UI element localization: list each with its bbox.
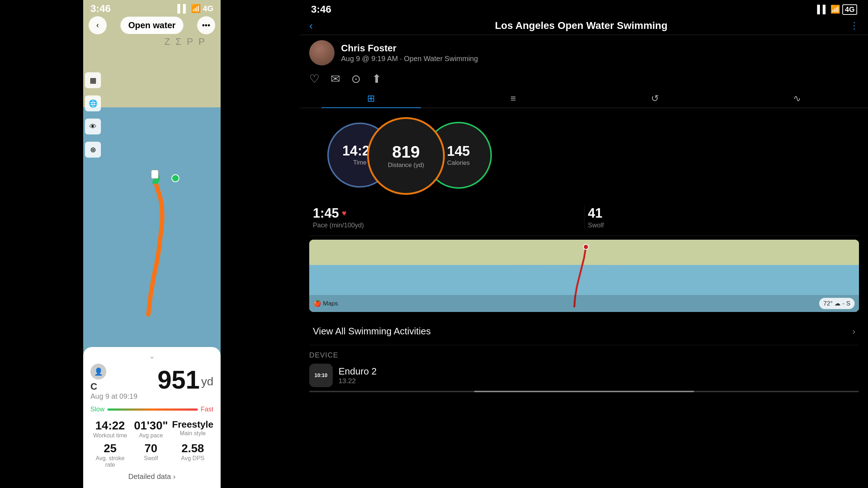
right-status-icons: ▌▌ 📶 4G xyxy=(817,4,857,15)
distance-label: Distance (yd) xyxy=(388,162,424,169)
scroll-thumb xyxy=(474,391,694,392)
right-phone: 3:46 ▌▌ 📶 4G ‹ Los Angeles Open Water Sw… xyxy=(300,0,868,488)
pace-bar: Slow Fast xyxy=(90,406,213,413)
svg-rect-1 xyxy=(151,170,158,179)
user-details: Chris Foster Aug 9 @ 9:19 AM · Open Wate… xyxy=(341,43,859,63)
user-info-row: Chris Foster Aug 9 @ 9:19 AM · Open Wate… xyxy=(300,35,868,70)
zepp-watermark: Z Σ P P xyxy=(164,36,206,47)
map-thumb-footer: 🍎 Maps 72° ☁ - S xyxy=(309,295,859,312)
left-sidebar: ▦ 🌐 👁 ⊕ xyxy=(85,72,105,158)
swolf-value: 41 xyxy=(588,206,856,221)
circles-row: 14:24 Time 819 Distance (yd) 145 Calorie… xyxy=(309,115,859,195)
device-name: Enduro 2 xyxy=(339,366,377,377)
device-avatar: 10:10 xyxy=(309,364,333,387)
panel-handle[interactable]: ⌄ xyxy=(90,347,213,364)
device-section: DEVICE 10:10 Enduro 2 13.22 xyxy=(309,345,859,402)
main-content: 14:24 Time 819 Distance (yd) 145 Calorie… xyxy=(300,108,868,488)
activity-date-left: Aug 9 at 09:19 xyxy=(90,392,137,401)
device-version: 13.22 xyxy=(339,377,377,385)
stats-grid: 14:22 Workout time 01'30" Avg pace Frees… xyxy=(90,419,213,468)
view-all-swimming-button[interactable]: View All Swimming Activities › xyxy=(309,318,859,345)
panel-header: 👤 C Aug 9 at 09:19 951 yd xyxy=(90,364,213,403)
circle-distance: 819 Distance (yd) xyxy=(367,117,445,195)
user-initial: C xyxy=(90,381,137,392)
view-all-label: View All Swimming Activities xyxy=(313,326,431,337)
stat-stroke-rate: 25 Avg. stroke rate xyxy=(90,442,130,468)
detailed-data-button[interactable]: Detailed data › xyxy=(90,468,213,481)
chevron-right-icon: › xyxy=(852,326,855,337)
share-icon[interactable]: ⬆ xyxy=(372,72,382,86)
tab-chart[interactable]: ∿ xyxy=(726,89,868,108)
activity-back-button[interactable]: ‹ xyxy=(309,20,313,32)
stat-workout-time: 14:22 Workout time xyxy=(90,419,130,439)
more-button[interactable]: ••• xyxy=(197,16,215,34)
right-status-bar: 3:46 ▌▌ 📶 4G xyxy=(300,0,868,17)
camera-icon[interactable]: ⊙ xyxy=(351,72,361,86)
swolf-label: Swolf xyxy=(588,222,856,229)
activity-more-button[interactable]: ⋮ xyxy=(850,20,859,31)
stats-row-right: 1:45 ♥ Pace (min/100yd) 41 Swolf xyxy=(309,206,859,236)
calories-label: Calories xyxy=(447,159,469,167)
activity-title: Los Angeles Open Water Swimming xyxy=(318,20,844,31)
left-status-icons: ▌▌ 📶 4G xyxy=(177,4,213,13)
distance-value: 951 xyxy=(157,367,200,393)
svg-point-2 xyxy=(583,244,588,249)
calories-value: 145 xyxy=(447,144,470,158)
maps-badge: 🍎 Maps xyxy=(314,300,338,307)
like-icon[interactable]: ♡ xyxy=(309,72,320,86)
left-time: 3:46 xyxy=(90,3,111,14)
tab-route[interactable]: ↺ xyxy=(584,89,726,108)
action-icons-row: ♡ ✉ ⊙ ⬆ xyxy=(300,70,868,89)
pace-fast-label: Fast xyxy=(201,406,213,413)
left-status-bar: 3:46 ▌▌ 📶 4G xyxy=(83,0,221,16)
scroll-indicator xyxy=(309,391,859,392)
tab-stats[interactable]: ⊞ xyxy=(300,89,442,108)
right-time: 3:46 xyxy=(311,4,331,15)
middle-gap xyxy=(221,0,300,488)
map-header: ‹ Open water ••• xyxy=(83,16,221,34)
chart-icon[interactable]: ▦ xyxy=(85,72,101,88)
stat-pace-block: 1:45 ♥ Pace (min/100yd) xyxy=(309,206,584,229)
user-avatar-right xyxy=(309,40,335,65)
user-activity-date: Aug 9 @ 9:19 AM · Open Water Swimming xyxy=(341,55,859,63)
stat-swolf: 70 Swolf xyxy=(131,442,171,468)
globe-icon[interactable]: 🌐 xyxy=(85,95,101,111)
pace-track xyxy=(107,408,198,411)
pace-label: Pace (min/100yd) xyxy=(313,222,580,229)
device-info: Enduro 2 13.22 xyxy=(339,366,377,385)
tabs-row: ⊞ ≡ ↺ ∿ xyxy=(300,89,868,108)
weather-badge: 72° ☁ - S xyxy=(819,298,855,309)
back-button[interactable]: ‹ xyxy=(89,16,107,34)
stat-avg-pace: 01'30" Avg pace xyxy=(131,419,171,439)
activity-header: ‹ Los Angeles Open Water Swimming ⋮ xyxy=(300,17,868,32)
chevron-down-icon: ⌄ xyxy=(149,351,155,361)
time-label: Time xyxy=(353,159,366,166)
user-avatar-left: 👤 xyxy=(90,364,106,380)
user-name: Chris Foster xyxy=(341,43,859,54)
pace-value: 1:45 ♥ xyxy=(313,206,580,221)
device-section-label: DEVICE xyxy=(309,351,859,359)
left-phone: 3:46 ▌▌ 📶 4G Z Σ P P 🍎 Maps Legal xyxy=(0,0,221,488)
distance-value-right: 819 xyxy=(392,144,420,160)
device-row: 10:10 Enduro 2 13.22 xyxy=(309,364,859,387)
stat-avg-dps: 2.58 Avg DPS xyxy=(172,442,213,468)
distance-unit: yd xyxy=(201,375,213,393)
location-icon[interactable]: ⊕ xyxy=(85,142,101,158)
heart-rate-icon: ♥ xyxy=(342,209,346,218)
comment-icon[interactable]: ✉ xyxy=(331,72,340,86)
open-water-badge: Open water xyxy=(120,17,184,34)
tab-details[interactable]: ≡ xyxy=(442,89,584,108)
stat-main-style: Freestyle Main style xyxy=(172,419,213,439)
stat-swolf-block: 41 Swolf xyxy=(584,206,859,229)
eye-icon[interactable]: 👁 xyxy=(85,119,101,134)
map-thumbnail[interactable]: 🍎 Maps 72° ☁ - S xyxy=(309,240,859,312)
svg-point-0 xyxy=(172,175,179,182)
pace-slow-label: Slow xyxy=(90,406,105,413)
bottom-panel: ⌄ 👤 C Aug 9 at 09:19 951 yd Slow Fast 14… xyxy=(83,347,221,488)
